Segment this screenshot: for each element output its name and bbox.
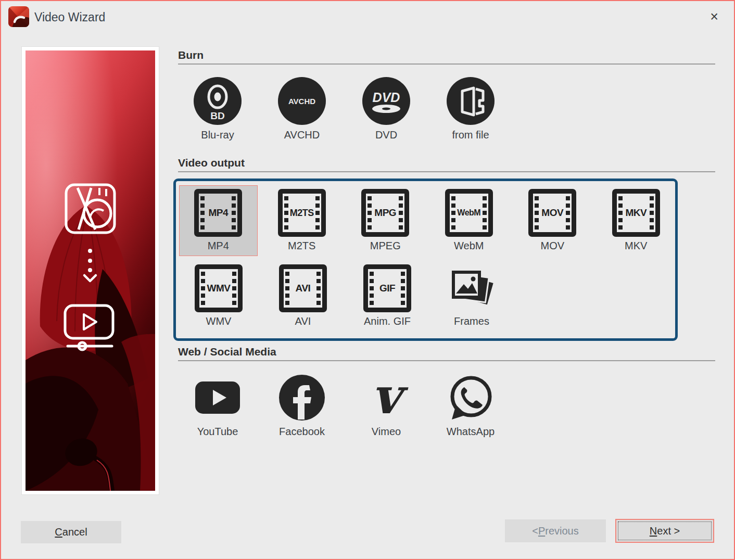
video-output-label: WMV [206,315,232,327]
video-wizard-dialog: Video Wizard × [0,0,735,560]
dvd-disc-icon: DVD [362,77,410,125]
video-output-option-mpeg[interactable]: MPG MPEG [346,185,425,256]
social-option-whatsapp[interactable]: WhatsApp [431,374,510,438]
burn-option-from-file[interactable]: from file [431,77,510,141]
filmstrip-icon: MPG [361,189,409,237]
section-title-video-output: Video output [178,157,245,169]
burn-option-label: DVD [375,129,397,141]
video-output-option-mov[interactable]: MOV MOV [513,185,592,256]
filmstrip-icon: WebM [445,189,493,237]
svg-text:v: v [372,374,409,422]
video-output-row-1: MP4 MP4 M2TS M2TS MPG MPEG WebM WebM MOV… [179,185,675,256]
svg-text:DVD: DVD [373,90,400,105]
section-divider [178,171,715,172]
video-output-row-2: WMV WMV AVI AVI GIF Anim. GIF Frames [179,261,675,332]
video-output-label: AVI [295,315,311,327]
social-option-label: Vimeo [372,426,401,438]
video-output-option-webm[interactable]: WebM WebM [430,185,509,256]
video-output-label: MKV [625,240,647,252]
video-output-option-avi[interactable]: AVI AVI [263,261,343,332]
wizard-artwork-panel [22,47,159,494]
next-button[interactable]: Next > [615,519,714,543]
section-title-burn: Burn [178,49,204,61]
app-logo-icon [8,6,29,27]
filmstrip-icon: MKV [612,189,660,237]
close-icon[interactable]: × [706,1,723,33]
social-option-label: Facebook [279,426,325,438]
burn-options-row: BD Blu-ray AVCHD AVCHD DVD DVD [178,77,510,141]
burn-option-dvd[interactable]: DVD DVD [347,77,426,141]
section-title-web-social: Web / Social Media [178,346,276,358]
social-option-vimeo[interactable]: v Vimeo [347,374,426,438]
video-output-option-frames[interactable]: Frames [432,261,511,332]
red-poppy-photo [26,50,155,491]
facebook-icon [278,374,326,422]
vimeo-icon: v [362,374,410,422]
disc-from-file-icon [447,77,495,125]
bluray-disc-icon: BD [194,77,242,125]
social-option-facebook[interactable]: Facebook [262,374,341,438]
burn-option-label: Blu-ray [201,129,234,141]
video-output-label: Anim. GIF [364,315,411,327]
video-output-label: WebM [454,240,484,252]
previous-button[interactable]: < Previous [505,519,606,542]
filmstrip-icon: AVI [279,264,327,312]
video-output-group: MP4 MP4 M2TS M2TS MPG MPEG WebM WebM MOV… [173,179,678,341]
video-output-label: M2TS [288,240,315,252]
video-output-option-mkv[interactable]: MKV MKV [597,185,676,256]
social-option-label: WhatsApp [447,426,495,438]
avchd-disc-icon: AVCHD [278,77,326,125]
video-output-option-m2ts[interactable]: M2TS M2TS [263,185,341,256]
titlebar: Video Wizard × [1,1,734,33]
burn-option-avchd[interactable]: AVCHD AVCHD [262,77,341,141]
burn-option-bluray[interactable]: BD Blu-ray [178,77,257,141]
whatsapp-icon [447,374,495,422]
window-title: Video Wizard [34,1,105,33]
filmstrip-icon: WMV [195,264,243,312]
video-output-label: MPEG [370,240,401,252]
svg-text:BD: BD [210,110,224,121]
filmstrip-icon: M2TS [278,189,326,237]
svg-text:AVCHD: AVCHD [288,97,315,106]
video-output-label: Frames [454,315,489,327]
section-divider [178,360,715,361]
youtube-icon [194,374,242,422]
cancel-button[interactable]: Cancel [21,521,121,543]
video-output-label: MP4 [208,240,229,252]
social-option-label: YouTube [197,426,238,438]
web-social-row: YouTube Facebook v Vimeo WhatsApp [178,374,510,438]
frames-icon [448,264,496,312]
video-output-label: MOV [540,240,564,252]
filmstrip-icon: GIF [363,264,411,312]
social-option-youtube[interactable]: YouTube [178,374,257,438]
video-output-option-mp4[interactable]: MP4 MP4 [179,185,258,256]
video-output-option-anim-gif[interactable]: GIF Anim. GIF [348,261,427,332]
video-output-option-wmv[interactable]: WMV WMV [179,261,258,332]
filmstrip-icon: MOV [528,189,576,237]
burn-option-label: AVCHD [284,129,320,141]
section-divider [178,63,715,65]
filmstrip-icon: MP4 [194,189,242,237]
burn-option-label: from file [452,129,489,141]
